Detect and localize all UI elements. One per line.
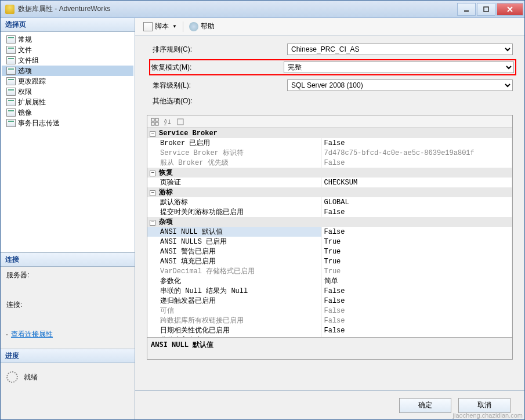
tree-item-label: 文件 <box>18 45 32 55</box>
compat-select[interactable]: SQL Server 2008 (100) <box>287 79 513 91</box>
page-icon <box>6 88 16 96</box>
propgrid-tool-button[interactable] <box>175 117 186 126</box>
view-connection-link[interactable]: 查看连接属性 <box>11 330 53 339</box>
prop-value[interactable]: False <box>321 316 512 325</box>
collapse-icon[interactable]: − <box>150 220 155 226</box>
progress-header: 进度 <box>1 349 135 363</box>
propgrid-row[interactable]: 递归触发器已启用False <box>147 296 512 306</box>
propgrid-row[interactable]: 跨数据库所有权链接已启用False <box>147 316 512 325</box>
page-icon <box>6 119 16 127</box>
propgrid-row[interactable]: 默认游标GLOBAL <box>147 197 512 207</box>
prop-value[interactable]: 7d478c75-bfcd-4c0e-ae5c-8639e19a801f <box>321 148 512 158</box>
propgrid-row[interactable]: 服从 Broker 优先级False <box>147 158 512 168</box>
cancel-button[interactable]: 取消 <box>458 398 510 413</box>
prop-value[interactable]: False <box>321 325 512 335</box>
prop-value[interactable]: True <box>321 247 512 256</box>
prop-name: 页验证 <box>147 178 321 187</box>
propgrid-row[interactable]: ANSI 警告已启用True <box>147 247 512 256</box>
propgrid-row[interactable]: 参数化简单 <box>147 276 512 286</box>
propgrid-row[interactable]: 页验证CHECKSUM <box>147 178 512 187</box>
collapse-icon[interactable]: − <box>150 190 155 196</box>
recovery-select[interactable]: 完整 <box>284 61 514 73</box>
page-icon <box>6 56 16 64</box>
left-pane: 选择页 常规文件文件组选项更改跟踪权限扩展属性镜像事务日志传送 连接 服务器: … <box>1 18 135 419</box>
right-pane: 脚本 ▼ 帮助 排序规则(C): Chinese_PRC_CI_AS 恢复模式(… <box>135 18 524 419</box>
prop-name: Service Broker 标识符 <box>147 148 321 158</box>
maximize-button[interactable] <box>477 3 495 16</box>
propgrid-row[interactable]: Broker 已启用False <box>147 138 512 148</box>
prop-name: 递归触发器已启用 <box>147 296 321 306</box>
tree-item-label: 扩展属性 <box>18 97 46 107</box>
prop-value[interactable]: False <box>321 296 512 306</box>
page-icon <box>6 67 16 75</box>
page-icon <box>6 98 16 106</box>
tree-item-label: 事务日志传送 <box>18 118 60 128</box>
dropdown-arrow-icon: ▼ <box>172 24 177 29</box>
tree-item[interactable]: 选项 <box>2 66 133 76</box>
propgrid-row[interactable]: 日期相关性优化已启用False <box>147 325 512 335</box>
prop-value[interactable]: False <box>321 158 512 168</box>
prop-name: ANSI NULLS 已启用 <box>147 237 321 247</box>
svg-rect-10 <box>178 119 183 125</box>
propgrid-row[interactable]: ANSI NULLS 已启用True <box>147 237 512 247</box>
minimize-button[interactable] <box>457 3 476 16</box>
alphabetical-button[interactable]: AZ <box>162 117 173 126</box>
prop-value[interactable]: False <box>321 286 512 296</box>
propgrid-row[interactable]: VarDecimal 存储格式已启用True <box>147 266 512 276</box>
help-button[interactable]: 帮助 <box>187 20 217 32</box>
collation-select[interactable]: Chinese_PRC_CI_AS <box>287 44 513 55</box>
property-grid[interactable]: −Service BrokerBroker 已启用FalseService Br… <box>147 128 513 338</box>
prop-value[interactable]: True <box>321 266 512 276</box>
propgrid-category[interactable]: −Service Broker <box>147 128 512 138</box>
prop-value[interactable]: False <box>321 227 512 237</box>
server-label: 服务器: <box>6 270 129 280</box>
page-icon <box>6 108 16 117</box>
progress-status: 就绪 <box>24 372 38 382</box>
svg-rect-4 <box>151 118 154 121</box>
page-icon <box>6 77 16 85</box>
tree-item[interactable]: 事务日志传送 <box>2 118 133 128</box>
tree-item[interactable]: 文件 <box>2 45 133 55</box>
tree-item[interactable]: 扩展属性 <box>2 97 133 107</box>
prop-value[interactable]: CHECKSUM <box>321 178 512 187</box>
svg-rect-5 <box>155 118 158 121</box>
prop-value[interactable]: True <box>321 256 512 266</box>
toolbar-separator <box>183 21 183 32</box>
ok-button[interactable]: 确定 <box>399 398 451 413</box>
page-icon <box>6 46 16 54</box>
recovery-label: 恢复模式(M): <box>151 63 284 73</box>
propgrid-category[interactable]: −杂项 <box>147 217 512 227</box>
tree-item[interactable]: 文件组 <box>2 55 133 66</box>
watermark: jiaocheng.chazidian.com <box>453 412 523 419</box>
propgrid-category[interactable]: −游标 <box>147 187 512 197</box>
propgrid-row[interactable]: 提交时关闭游标功能已启用False <box>147 207 512 217</box>
compat-label: 兼容级别(L): <box>153 81 287 90</box>
propgrid-row[interactable]: Service Broker 标识符7d478c75-bfcd-4c0e-ae5… <box>147 148 512 158</box>
tree-item[interactable]: 镜像 <box>2 107 133 118</box>
categorized-button[interactable] <box>150 117 160 126</box>
prop-name: 串联的 Null 结果为 Null <box>147 286 321 296</box>
propgrid-help-title: ANSI NULL 默认值 <box>151 340 509 350</box>
tree-item[interactable]: 更改跟踪 <box>2 76 133 86</box>
db-icon <box>5 5 15 14</box>
prop-value[interactable]: False <box>321 306 512 316</box>
prop-value[interactable]: 简单 <box>321 276 512 286</box>
prop-value[interactable]: True <box>321 237 512 247</box>
collapse-icon[interactable]: − <box>150 131 155 137</box>
svg-text:Z: Z <box>164 122 167 126</box>
tree-item[interactable]: 权限 <box>2 86 133 97</box>
prop-value[interactable]: GLOBAL <box>321 197 512 207</box>
prop-name: 默认游标 <box>147 197 321 207</box>
collapse-icon[interactable]: − <box>150 171 155 176</box>
script-button[interactable]: 脚本 ▼ <box>141 20 179 32</box>
prop-value[interactable]: False <box>321 207 512 217</box>
propgrid-row[interactable]: 可信False <box>147 306 512 316</box>
tree-item[interactable]: 常规 <box>2 34 133 45</box>
connection-icon <box>6 334 8 335</box>
close-button[interactable] <box>497 3 523 16</box>
prop-value[interactable]: False <box>321 138 512 148</box>
propgrid-row[interactable]: ANSI NULL 默认值False <box>147 227 512 237</box>
propgrid-category[interactable]: −恢复 <box>147 168 512 178</box>
propgrid-row[interactable]: ANSI 填充已启用True <box>147 256 512 266</box>
propgrid-row[interactable]: 串联的 Null 结果为 NullFalse <box>147 286 512 296</box>
